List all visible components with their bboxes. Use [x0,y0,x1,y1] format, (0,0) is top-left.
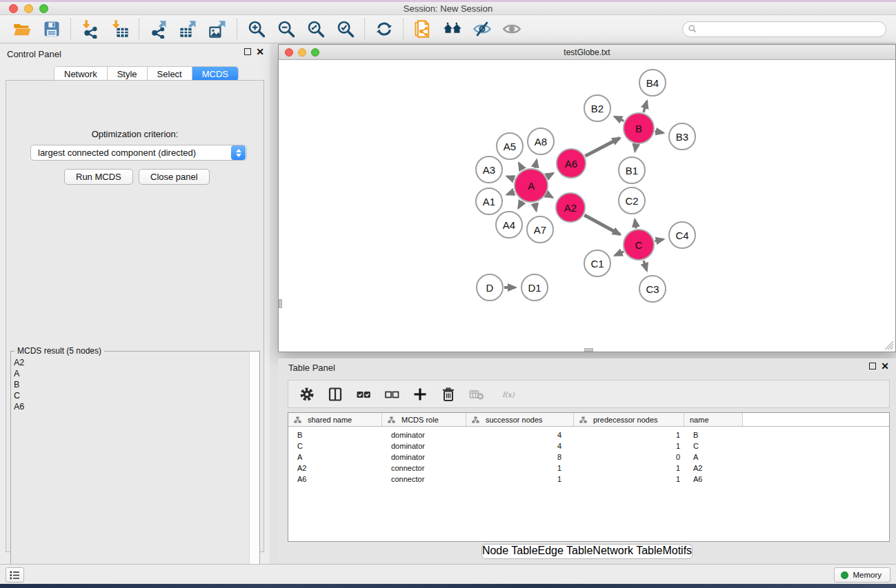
graph-node-C4[interactable]: C4 [668,221,696,249]
add-column-button[interactable] [411,385,429,404]
network-canvas[interactable]: B4B2BB3A8A5A6A3B1AC2A1A2A4A7C4CC1DD1C3 [279,60,895,352]
import-network-button[interactable] [75,17,105,41]
column-header-successor-nodes[interactable]: successor nodes [466,413,574,426]
table-row[interactable]: A2connector11A2 [288,463,889,474]
apply-function-button[interactable]: f(x) [496,385,524,404]
mcds-result-item[interactable]: A [14,368,247,379]
edge-A-A8[interactable] [535,160,537,168]
task-history-button[interactable] [6,567,24,582]
refresh-button[interactable] [369,17,399,41]
result-scrollbar[interactable] [249,352,259,585]
graph-node-A6[interactable]: A6 [556,148,586,179]
edge-C-C1[interactable] [615,252,624,256]
graph-node-C3[interactable]: C3 [639,275,666,303]
graph-node-B1[interactable]: B1 [618,156,646,184]
edge-A-A4[interactable] [519,201,523,208]
graph-node-D1[interactable]: D1 [521,274,548,301]
mcds-result-item[interactable]: A6 [14,401,247,412]
search-field[interactable] [682,21,886,37]
export-image-button[interactable] [203,17,232,41]
graph-node-A5[interactable]: A5 [496,132,524,160]
graph-node-B3[interactable]: B3 [668,123,696,150]
float-table-panel-icon[interactable] [869,363,876,369]
edge-B-B1[interactable] [635,145,637,152]
graph-node-A8[interactable]: A8 [527,128,555,155]
column-header-name[interactable]: name [684,413,743,426]
zoom-fit-button[interactable] [301,17,330,41]
graph-node-A3[interactable]: A3 [475,156,503,183]
network-from-file-button[interactable] [408,17,437,41]
mcds-result-list[interactable]: A2ABCA6 [14,357,247,582]
home-button[interactable] [437,17,467,41]
delete-table-button[interactable] [468,385,486,404]
mcds-result-item[interactable]: A2 [14,357,247,368]
table-tab-motifs[interactable]: Motifs [662,545,692,558]
tab-mcds[interactable]: MCDS [192,67,238,81]
tab-style[interactable]: Style [108,67,148,81]
resize-grip[interactable] [884,341,894,350]
node-table[interactable]: shared nameMCDS rolesuccessor nodesprede… [288,412,890,542]
graph-node-B[interactable]: B [623,112,655,144]
run-mcds-button[interactable]: Run MCDS [64,169,133,185]
edge-A2-C[interactable] [584,215,620,234]
select-all-button[interactable] [355,385,372,404]
graph-node-A2[interactable]: A2 [555,192,586,223]
edge-A-A3[interactable] [507,176,514,179]
graph-node-A[interactable]: A [514,168,548,203]
show-graphics-button[interactable] [497,17,526,41]
graph-node-C1[interactable]: C1 [584,250,611,277]
network-window-titlebar[interactable]: testGlobe.txt [279,45,895,60]
export-network-button[interactable] [143,17,173,41]
table-tab-network-table[interactable]: Network Table [593,545,662,558]
table-tab-node-table[interactable]: Node Table [482,545,538,558]
graph-node-A7[interactable]: A7 [526,216,554,243]
edge-A-A2[interactable] [547,194,552,198]
deselect-all-button[interactable] [383,385,401,404]
mcds-result-item[interactable]: C [14,390,247,401]
tab-network[interactable]: Network [54,67,108,81]
graph-node-A4[interactable]: A4 [495,211,523,239]
vertical-scroll-thumb[interactable] [279,299,282,308]
criterion-dropdown[interactable]: largest connected component (directed) [30,145,247,161]
float-panel-icon[interactable] [244,48,251,55]
table-tab-edge-table[interactable]: Edge Table [538,545,593,558]
graph-node-D[interactable]: D [476,274,504,301]
edge-A-A5[interactable] [519,163,522,170]
graph-node-B4[interactable]: B4 [639,69,666,97]
import-table-button[interactable] [105,17,135,41]
zoom-out-button[interactable] [271,17,301,41]
memory-button[interactable]: Memory [834,567,890,582]
edge-C-C4[interactable] [655,239,663,241]
save-session-button[interactable] [37,17,66,41]
export-table-button[interactable] [173,17,203,41]
edge-B-B4[interactable] [644,101,647,112]
edge-A-A6[interactable] [547,173,553,176]
column-header-predecessor-nodes[interactable]: predecessor nodes [574,413,684,426]
graph-node-B2[interactable]: B2 [584,94,611,122]
delete-column-button[interactable] [439,385,457,404]
graph-node-A1[interactable]: A1 [475,187,503,215]
search-input[interactable] [697,23,886,36]
table-row[interactable]: A6connector11A6 [288,474,889,485]
edge-A-A7[interactable] [535,203,536,210]
edge-B-B3[interactable] [655,131,664,132]
table-row[interactable]: Adominator80A [288,452,889,463]
graph-node-C[interactable]: C [623,229,655,261]
graph-node-C2[interactable]: C2 [618,187,646,214]
edge-A-A1[interactable] [507,192,514,194]
horizontal-scroll-thumb[interactable] [584,348,593,352]
close-panel-icon[interactable]: ✕ [256,48,264,55]
column-header-mcds-role[interactable]: MCDS role [382,413,466,426]
table-row[interactable]: Cdominator41C [288,440,889,452]
close-panel-button[interactable]: Close panel [139,169,210,185]
column-header-shared-name[interactable]: shared name [288,413,382,426]
open-session-button[interactable] [7,17,37,41]
show-columns-button[interactable] [326,385,344,404]
table-row[interactable]: Bdominator41B [288,429,889,440]
edge-A6-B[interactable] [585,138,619,156]
hide-graphics-button[interactable] [467,17,497,41]
edge-C-C2[interactable] [635,220,636,229]
close-table-panel-icon[interactable]: ✕ [881,363,889,369]
zoom-in-button[interactable] [241,17,271,41]
zoom-selected-button[interactable] [330,17,360,41]
